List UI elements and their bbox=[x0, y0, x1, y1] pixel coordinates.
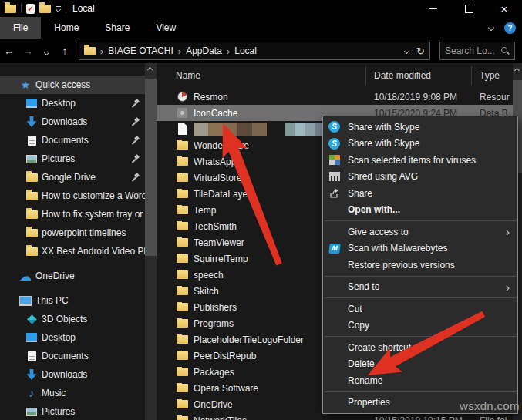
breadcrumb-appdata[interactable]: AppData bbox=[186, 45, 222, 56]
sidebar-item-3d-objects[interactable]: 3D Objects bbox=[0, 310, 145, 328]
location-folder-icon bbox=[84, 47, 96, 55]
file-name-label: speech bbox=[194, 270, 224, 281]
document-icon bbox=[25, 136, 38, 146]
menu-item-restore-previous-versions[interactable]: Restore previous versions bbox=[323, 257, 517, 274]
customize-toolbar-icon[interactable] bbox=[56, 6, 61, 12]
scroll-up-icon[interactable] bbox=[514, 68, 520, 73]
ribbon-right-controls: ? bbox=[489, 17, 522, 39]
sidebar-item-documents[interactable]: Documents bbox=[0, 131, 145, 150]
sidebar-item-label: Downloads bbox=[42, 116, 87, 127]
help-icon[interactable]: ? bbox=[504, 22, 516, 34]
sidebar-item-this-pc[interactable]: This PC bbox=[0, 291, 145, 310]
sidebar-item-xx-best-android-video-pla[interactable]: XX Best Android Video Pla bbox=[0, 242, 145, 260]
folder-icon bbox=[176, 400, 189, 408]
swatch bbox=[208, 123, 223, 136]
sidebar-item-downloads[interactable]: Downloads bbox=[0, 113, 145, 131]
submenu-chevron-icon: › bbox=[506, 281, 510, 293]
file-row-resmon[interactable]: Resmon10/18/2019 9:08 PMResour bbox=[157, 89, 513, 105]
menu-item-cut[interactable]: Cut bbox=[323, 301, 517, 318]
folder-icon bbox=[176, 222, 189, 230]
recent-locations-icon[interactable] bbox=[37, 45, 56, 57]
menu-item-share-with-skype[interactable]: SShare with Skype bbox=[323, 119, 517, 136]
menu-item-shred-using-avg[interactable]: Shred using AVG bbox=[323, 169, 517, 186]
scroll-up-icon[interactable] bbox=[147, 67, 153, 72]
sidebar-item-google-drive[interactable]: Google Drive bbox=[0, 168, 145, 186]
column-header-date-modified[interactable]: Date modified bbox=[366, 66, 472, 86]
column-header-name[interactable]: Name bbox=[157, 66, 366, 86]
breadcrumb-local[interactable]: Local bbox=[234, 45, 257, 56]
menu-item-label: Copy bbox=[348, 320, 369, 331]
menu-item-scan-with-malwarebytes[interactable]: MScan with Malwarebytes bbox=[323, 240, 517, 257]
breadcrumb-chevron-icon: › bbox=[178, 45, 181, 57]
sidebar-item-quick-access[interactable]: ★Quick access bbox=[0, 76, 145, 94]
maximize-button[interactable] bbox=[451, 0, 487, 17]
pin-icon bbox=[131, 136, 140, 145]
tab-home[interactable]: Home bbox=[41, 17, 92, 39]
file-type-cell: Resour bbox=[472, 92, 513, 102]
breadcrumb-chevron-icon: › bbox=[100, 45, 103, 57]
new-folder-icon[interactable] bbox=[39, 5, 51, 13]
folder-icon bbox=[176, 173, 189, 182]
sidebar-item-documents[interactable]: Documents bbox=[0, 347, 145, 365]
sidebar-item-how-to-fix-system-tray-or[interactable]: How to fix system tray or bbox=[0, 205, 145, 223]
tab-view[interactable]: View bbox=[143, 17, 189, 39]
column-header-type[interactable]: Type bbox=[472, 66, 513, 86]
sidebar-item-desktop[interactable]: Desktop bbox=[0, 328, 145, 347]
minimize-ribbon-icon[interactable] bbox=[488, 25, 494, 31]
menu-item-send-to[interactable]: Send to› bbox=[323, 279, 517, 296]
menu-item-share-with-skype[interactable]: SShare with Skype bbox=[323, 136, 517, 153]
sidebar-item-desktop[interactable]: Desktop bbox=[0, 94, 145, 113]
menu-item-share[interactable]: Share bbox=[323, 185, 517, 202]
up-button[interactable]: ↑ bbox=[56, 45, 74, 57]
refresh-icon[interactable]: ↻ bbox=[416, 45, 425, 57]
search-input[interactable]: Search Lo... bbox=[439, 42, 515, 60]
menu-item-give-access-to[interactable]: Give access to› bbox=[323, 223, 517, 240]
tab-file[interactable]: File bbox=[0, 17, 41, 39]
thumbnail-swatch-strip bbox=[194, 123, 267, 136]
menu-item-scan-selected-items-for-viruses[interactable]: Scan selected items for viruses bbox=[323, 152, 517, 169]
sidebar-scrollbar[interactable] bbox=[145, 63, 157, 420]
menu-item-label: Share with Skype bbox=[348, 138, 419, 149]
sidebar-item-pictures[interactable]: Pictures bbox=[0, 150, 145, 168]
back-button[interactable]: ← bbox=[0, 45, 19, 57]
menu-item-delete[interactable]: Delete bbox=[323, 356, 517, 373]
menu-item-rename[interactable]: Rename bbox=[323, 372, 517, 389]
menu-item-label: Create shortcut bbox=[348, 342, 411, 353]
menu-item-label: Share with Skype bbox=[348, 122, 419, 133]
sidebar-item-onedrive[interactable]: ☁OneDrive bbox=[0, 267, 145, 285]
scrollbar-thumb[interactable] bbox=[145, 79, 157, 256]
menu-item-label: Scan selected items for viruses bbox=[348, 155, 476, 166]
properties-check-icon[interactable]: ✓ bbox=[26, 4, 35, 14]
tab-share[interactable]: Share bbox=[92, 17, 143, 39]
sidebar-item-label: Pictures bbox=[42, 153, 75, 164]
forward-button[interactable]: → bbox=[19, 45, 37, 57]
breadcrumb-user[interactable]: BIAGE OTACHI bbox=[108, 45, 173, 56]
minimize-button[interactable] bbox=[416, 0, 451, 17]
cloud-icon: ☁ bbox=[19, 269, 32, 284]
menu-item-copy[interactable]: Copy bbox=[323, 318, 517, 334]
submenu-chevron-icon: › bbox=[506, 226, 510, 237]
address-dropdown-icon[interactable] bbox=[404, 48, 409, 53]
close-button[interactable]: × bbox=[487, 0, 522, 17]
sidebar-item-label: Music bbox=[42, 388, 66, 398]
file-name-label: PeerDistRepub bbox=[194, 351, 256, 361]
file-name-cell: NetworkTiles bbox=[157, 415, 366, 420]
ribbon-tab-bar: File Home Share View ? bbox=[0, 17, 522, 39]
menu-item-open-with[interactable]: Open with... bbox=[323, 202, 517, 219]
sidebar-item-downloads[interactable]: Downloads bbox=[0, 365, 145, 384]
search-icon[interactable] bbox=[500, 46, 510, 55]
address-field[interactable]: › BIAGE OTACHI › AppData › Local ↻ bbox=[79, 42, 430, 60]
menu-icon-slot bbox=[328, 375, 341, 387]
skype-icon: S bbox=[328, 137, 341, 150]
sidebar-item-pictures[interactable]: Pictures bbox=[0, 402, 145, 420]
sidebar-item-music[interactable]: ♪Music bbox=[0, 384, 145, 402]
menu-item-label: Properties bbox=[348, 397, 390, 408]
sidebar-item-how-to-customize-a-word[interactable]: How to customize a Word bbox=[0, 186, 145, 205]
menu-item-label: Scan with Malwarebytes bbox=[348, 243, 447, 254]
menu-separator bbox=[325, 276, 516, 277]
sidebar-item-powerpoint-timelines[interactable]: powerpoint timelines bbox=[0, 223, 145, 242]
title-bar: ✓ Local × bbox=[0, 0, 522, 17]
menu-item-label: Delete bbox=[348, 358, 375, 369]
menu-item-create-shortcut[interactable]: Create shortcut bbox=[323, 339, 517, 356]
folder-icon bbox=[176, 190, 189, 198]
